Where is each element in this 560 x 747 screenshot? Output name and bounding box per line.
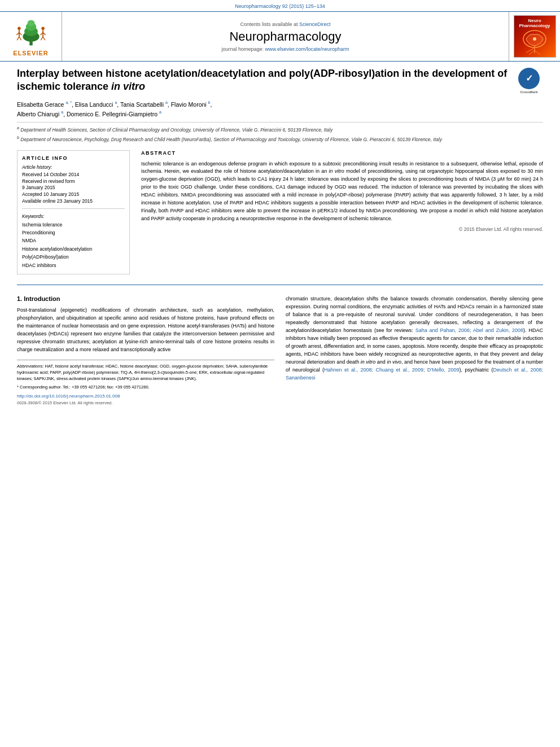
bottom-copyright: 0028-3908/© 2015 Elsevier Ltd. All right… — [17, 400, 274, 405]
intro-heading: 1. Introduction — [17, 295, 274, 302]
abstract-column: ABSTRACT Ischemic tolerance is an endoge… — [141, 150, 543, 275]
affil-a: a Department of Health Sciences, Section… — [17, 125, 543, 134]
journal-doi-header: Neuropharmacology 92 (2015) 125–134 — [0, 0, 560, 9]
intro-col-left: 1. Introduction Post-translational (epig… — [17, 295, 274, 405]
svg-point-5 — [18, 27, 20, 30]
and-word: and — [356, 343, 364, 349]
article-title: Interplay between histone acetylation/de… — [17, 67, 543, 94]
journal-title-area: Contents lists available at ScienceDirec… — [62, 12, 509, 61]
section-divider — [17, 285, 543, 285]
doi-link[interactable]: http://dx.doi.org/10.1016/j.neuropharm.2… — [17, 394, 120, 399]
article-info-heading: ARTICLE INFO — [22, 155, 125, 161]
keyword-2: Preconditioning — [22, 229, 125, 237]
info-abstract-section: ARTICLE INFO Article history: Received 1… — [17, 150, 543, 275]
footnotes-area: Abbreviations: HAT, histone acetyl trans… — [17, 360, 274, 390]
svg-line-15 — [41, 36, 43, 40]
abstract-heading: ABSTRACT — [141, 150, 543, 156]
elsevier-logo: ELSEVIER — [11, 17, 51, 56]
svg-point-22 — [533, 37, 536, 41]
keywords-label: Keywords: — [22, 213, 125, 219]
abstract-text: Ischemic tolerance is an endogenous defe… — [141, 160, 543, 224]
abbreviations-label: Abbreviations: — [17, 364, 44, 369]
crossmark-label: CrossMark — [520, 90, 537, 95]
page: Neuropharmacology 92 (2015) 125–134 — [0, 0, 560, 747]
cover-text: Neuro Pharmacology — [515, 18, 554, 28]
crossmark-badge[interactable]: ✓ CrossMark — [515, 67, 543, 95]
received-revised-date: 9 January 2015 — [22, 185, 125, 190]
history-label: Article history: — [22, 164, 125, 170]
keyword-5: Poly(ADPribosyl)ation — [22, 253, 125, 261]
bottom-links: http://dx.doi.org/10.1016/j.neuropharm.2… — [17, 394, 274, 405]
elsevier-tree-icon — [11, 17, 51, 48]
journal-cover-area: Neuro Pharmacology — [509, 12, 560, 61]
title-italic: in vitro — [111, 81, 145, 92]
received-date: Received 14 October 2014 — [22, 172, 125, 177]
article-body: Interplay between histone acetylation/de… — [0, 62, 560, 280]
article-info-box: ARTICLE INFO Article history: Received 1… — [17, 150, 130, 275]
journal-title: Neuropharmacology — [229, 29, 341, 44]
svg-line-16 — [43, 36, 45, 40]
article-info-column: ARTICLE INFO Article history: Received 1… — [17, 150, 130, 275]
svg-line-10 — [19, 36, 21, 40]
accepted-date: Accepted 10 January 2015 — [22, 191, 125, 197]
homepage-link[interactable]: www.elsevier.com/locate/neuropharm — [265, 46, 349, 52]
sciencedirect-link[interactable]: ScienceDirect — [299, 21, 331, 27]
intro-two-col: 1. Introduction Post-translational (epig… — [17, 295, 543, 405]
info-divider — [22, 208, 125, 209]
intro-text-right: chromatin structure, deacetylation shift… — [286, 295, 543, 382]
journal-cover: Neuro Pharmacology — [514, 15, 556, 58]
title-text: Interplay between histone acetylation/de… — [17, 68, 507, 92]
abstract-copyright: © 2015 Elsevier Ltd. All rights reserved… — [141, 226, 543, 232]
corresponding-footnote: * Corresponding author. Tel.: +39 055 42… — [17, 384, 274, 390]
keywords-list: Ischemia tolerance Preconditioning NMDA … — [22, 221, 125, 270]
intro-col-right: chromatin structure, deacetylation shift… — [286, 295, 543, 405]
homepage-line: journal homepage: www.elsevier.com/locat… — [221, 46, 349, 52]
elsevier-logo-area: ELSEVIER — [0, 12, 62, 61]
contents-line: Contents lists available at ScienceDirec… — [240, 21, 330, 27]
main-content: 1. Introduction Post-translational (epig… — [0, 290, 560, 411]
authors-line: Elisabetta Gerace a, *, Elisa Landucci a… — [17, 99, 543, 119]
svg-line-9 — [17, 36, 19, 40]
keyword-1: Ischemia tolerance — [22, 221, 125, 229]
affiliations: a Department of Health Sciences, Section… — [17, 122, 543, 143]
keyword-4: Histone acetylation/deacetylation — [22, 245, 125, 253]
svg-point-11 — [41, 27, 45, 30]
svg-line-21 — [526, 48, 535, 53]
abbreviations-text: Abbreviations: HAT, histone acetyl trans… — [17, 363, 274, 382]
crossmark-icon: ✓ — [518, 68, 540, 89]
svg-line-20 — [535, 50, 540, 55]
cover-illustration — [518, 28, 552, 56]
intro-text-left: Post-translational (epigenetic) modifica… — [17, 307, 274, 354]
keyword-6: HDAC inhibitors — [22, 261, 125, 269]
header-bar: ELSEVIER Contents lists available at Sci… — [0, 11, 560, 62]
svg-line-19 — [529, 50, 535, 55]
svg-point-4 — [27, 20, 34, 26]
affil-b: b Department of Neuroscience, Psychology… — [17, 135, 543, 143]
elsevier-wordmark: ELSEVIER — [13, 50, 48, 56]
available-date: Available online 23 January 2015 — [22, 198, 125, 204]
received-revised-label: Received in revised form — [22, 178, 125, 184]
keyword-3: NMDA — [22, 237, 125, 244]
